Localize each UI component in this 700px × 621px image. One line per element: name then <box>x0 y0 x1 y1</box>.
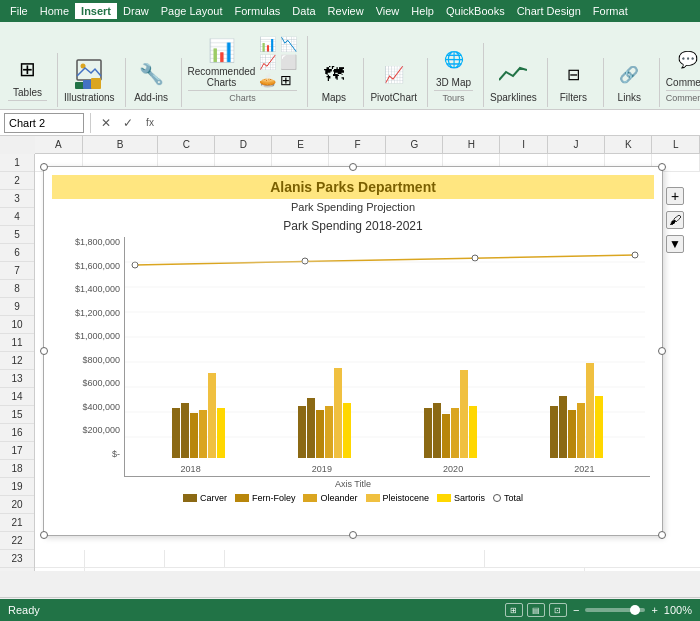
handle-bm[interactable] <box>349 531 357 539</box>
bar-2021-oleander[interactable] <box>577 403 585 458</box>
row-num-21[interactable]: 21 <box>0 514 34 532</box>
menu-review[interactable]: Review <box>322 3 370 19</box>
row-num-9[interactable]: 9 <box>0 298 34 316</box>
bar-chart-btn[interactable]: 📊 <box>259 36 276 52</box>
recommended-charts-btn[interactable]: 📊 Recommended Charts <box>188 38 256 88</box>
menu-chart-design[interactable]: Chart Design <box>511 3 587 19</box>
bar-2019-carver[interactable] <box>298 406 306 458</box>
illustrations-icon[interactable] <box>73 58 105 90</box>
scatter-chart-btn[interactable]: ⬜ <box>280 54 297 70</box>
col-header-A[interactable]: A <box>35 136 83 153</box>
menu-data[interactable]: Data <box>286 3 321 19</box>
row-num-22[interactable]: 22 <box>0 532 34 550</box>
col-header-E[interactable]: E <box>272 136 329 153</box>
bar-2018-sartoris[interactable] <box>217 408 225 458</box>
menu-formulas[interactable]: Formulas <box>229 3 287 19</box>
row-num-6[interactable]: 6 <box>0 244 34 262</box>
row-num-1[interactable]: 1 <box>0 154 34 172</box>
cancel-formula-btn[interactable]: ✕ <box>97 114 115 132</box>
handle-tr[interactable] <box>658 163 666 171</box>
bar-2018-oleander[interactable] <box>199 410 207 458</box>
menu-home[interactable]: Home <box>34 3 75 19</box>
handle-bl[interactable] <box>40 531 48 539</box>
handle-mr[interactable] <box>658 347 666 355</box>
chart-container[interactable]: + 🖌 ▼ Alanis Parks Department Park Spend… <box>43 166 663 536</box>
tables-icon[interactable]: ⊞ <box>12 53 44 85</box>
row-num-10[interactable]: 10 <box>0 316 34 334</box>
col-header-K[interactable]: K <box>605 136 653 153</box>
bar-2019-carver2[interactable] <box>307 398 315 458</box>
bar-2018-carver[interactable] <box>172 408 180 458</box>
chart-filter-btn[interactable]: ▼ <box>666 235 684 253</box>
menu-format[interactable]: Format <box>587 3 634 19</box>
bar-2020-oleander[interactable] <box>451 408 459 458</box>
row-num-11[interactable]: 11 <box>0 334 34 352</box>
col-header-J[interactable]: J <box>548 136 605 153</box>
bar-2020-fernfoley[interactable] <box>442 414 450 458</box>
row-num-18[interactable]: 18 <box>0 460 34 478</box>
normal-view-status-btn[interactable]: ⊞ <box>505 603 523 617</box>
bar-2019-pleistocene[interactable] <box>334 368 342 458</box>
row-num-14[interactable]: 14 <box>0 388 34 406</box>
col-header-L[interactable]: L <box>652 136 700 153</box>
links-icon[interactable]: 🔗 <box>613 58 645 90</box>
menu-insert[interactable]: Insert <box>75 3 117 19</box>
bar-2018-fernfoley[interactable] <box>190 413 198 458</box>
row-num-2[interactable]: 2 <box>0 172 34 190</box>
handle-tm[interactable] <box>349 163 357 171</box>
formula-input[interactable] <box>163 117 696 129</box>
row-num-20[interactable]: 20 <box>0 496 34 514</box>
pie-chart-btn[interactable]: 🥧 <box>259 72 276 88</box>
bar-2021-fernfoley[interactable] <box>568 410 576 458</box>
col-header-H[interactable]: H <box>443 136 500 153</box>
bar-2019-oleander[interactable] <box>325 406 333 458</box>
row-num-8[interactable]: 8 <box>0 280 34 298</box>
comment-icon[interactable]: 💬 <box>672 43 700 75</box>
bar-2018-carver2[interactable] <box>181 403 189 458</box>
grid-area[interactable]: + 🖌 ▼ Alanis Parks Department Park Spend… <box>35 154 700 571</box>
zoom-slider[interactable] <box>585 608 645 612</box>
bar-2021-sartoris[interactable] <box>595 396 603 458</box>
row-num-4[interactable]: 4 <box>0 208 34 226</box>
handle-br[interactable] <box>658 531 666 539</box>
row-num-15[interactable]: 15 <box>0 406 34 424</box>
zoom-thumb[interactable] <box>630 605 640 615</box>
row-num-7[interactable]: 7 <box>0 262 34 280</box>
menu-page-layout[interactable]: Page Layout <box>155 3 229 19</box>
col-header-D[interactable]: D <box>215 136 272 153</box>
menu-quickbooks[interactable]: QuickBooks <box>440 3 511 19</box>
name-box[interactable] <box>4 113 84 133</box>
bar-2019-sartoris[interactable] <box>343 403 351 458</box>
insert-function-btn[interactable]: fx <box>141 114 159 132</box>
bar-2021-carver2[interactable] <box>559 396 567 458</box>
menu-help[interactable]: Help <box>405 3 440 19</box>
bar-2021-pleistocene[interactable] <box>586 363 594 458</box>
row-num-3[interactable]: 3 <box>0 190 34 208</box>
bar-2020-pleistocene[interactable] <box>460 370 468 458</box>
line-chart-btn[interactable]: 📈 <box>259 54 276 70</box>
area-chart-btn[interactable]: 📉 <box>280 36 297 52</box>
handle-tl[interactable] <box>40 163 48 171</box>
row-num-16[interactable]: 16 <box>0 424 34 442</box>
3dmap-icon[interactable]: 🌐 <box>438 43 470 75</box>
filters-icon[interactable]: ⊟ <box>557 58 589 90</box>
more-chart-btn[interactable]: ⊞ <box>280 72 297 88</box>
bar-2020-sartoris[interactable] <box>469 406 477 458</box>
confirm-formula-btn[interactable]: ✓ <box>119 114 137 132</box>
handle-ml[interactable] <box>40 347 48 355</box>
pivotchart-icon[interactable]: 📈 <box>378 58 410 90</box>
sparklines-icon[interactable] <box>499 58 527 90</box>
col-header-B[interactable]: B <box>83 136 159 153</box>
bar-2020-carver[interactable] <box>424 408 432 458</box>
bar-2020-carver2[interactable] <box>433 403 441 458</box>
menu-file[interactable]: File <box>4 3 34 19</box>
row-num-12[interactable]: 12 <box>0 352 34 370</box>
row-num-23[interactable]: 23 <box>0 550 34 568</box>
bar-2019-fernfoley[interactable] <box>316 410 324 458</box>
break-view-status-btn[interactable]: ⊡ <box>549 603 567 617</box>
menu-draw[interactable]: Draw <box>117 3 155 19</box>
maps-icon[interactable]: 🗺 <box>318 58 350 90</box>
menu-view[interactable]: View <box>370 3 406 19</box>
row-num-5[interactable]: 5 <box>0 226 34 244</box>
chart-style-btn[interactable]: 🖌 <box>666 211 684 229</box>
